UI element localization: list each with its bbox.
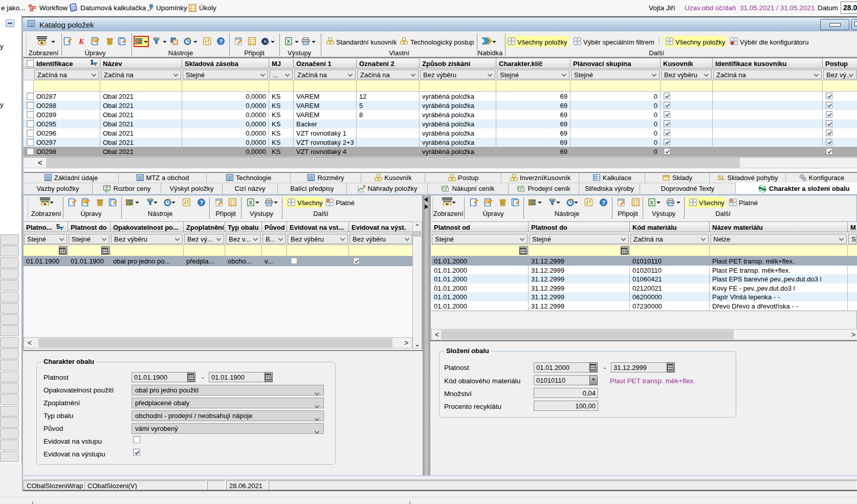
svg-text:X: X: [287, 38, 291, 45]
svg-text:$: $: [106, 188, 108, 192]
svg-text:X: X: [650, 200, 654, 206]
svg-text:X: X: [249, 200, 253, 206]
svg-text:?: ?: [219, 38, 223, 45]
svg-text:K: K: [78, 37, 84, 46]
svg-text:?: ?: [602, 200, 606, 206]
svg-text:?: ?: [200, 200, 204, 206]
svg-text:SL: SL: [717, 174, 725, 182]
